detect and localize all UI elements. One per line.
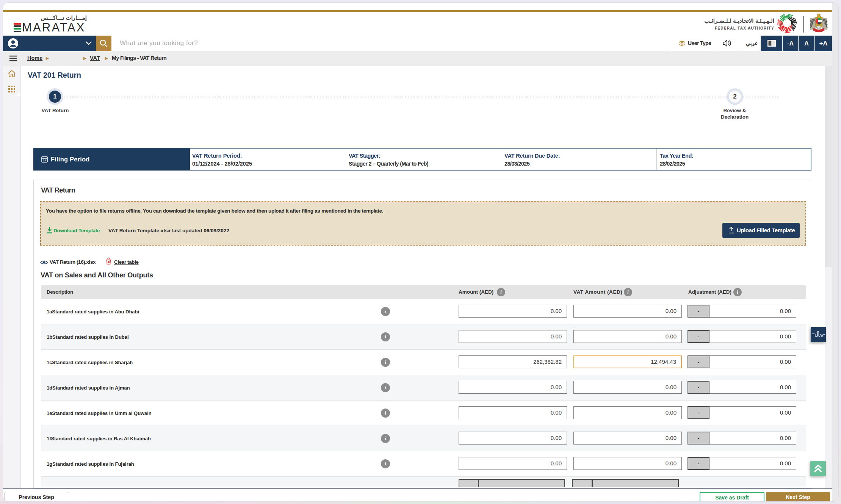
svg-text:14: 14: [43, 159, 46, 162]
